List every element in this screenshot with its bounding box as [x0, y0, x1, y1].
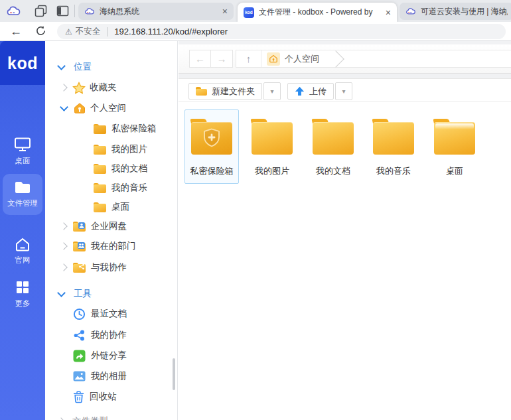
- browser-tab-strip: 海纳思系统 × kod 文件管理 - kodbox - Powered by ×…: [0, 0, 511, 22]
- tree-item-personal-space[interactable]: 个人空间: [45, 100, 178, 117]
- chevron-right-icon[interactable]: [57, 417, 64, 420]
- address-divider: [107, 27, 108, 36]
- tab-close-icon[interactable]: ×: [222, 7, 228, 16]
- breadcrumb-separator-icon: [327, 50, 344, 67]
- forward-arrow-icon: →: [217, 53, 227, 64]
- file-tile-my-music[interactable]: 我的音乐: [366, 109, 421, 184]
- file-tile-my-documents[interactable]: 我的文档: [306, 109, 360, 184]
- folder-icon: [94, 183, 106, 193]
- back-arrow-icon: ←: [195, 53, 205, 64]
- forward-button[interactable]: →: [211, 50, 233, 68]
- appbar-item-more[interactable]: 更多: [0, 280, 45, 309]
- browser-address-bar: ← ⚠ 不安全 192.168.111.20/kod/#explorer: [0, 22, 511, 41]
- tree-item-desktop-folder[interactable]: 桌面: [45, 198, 178, 216]
- tree-item-my-collaboration[interactable]: 我的协作: [45, 326, 178, 344]
- upload-arrow-icon: [295, 86, 305, 96]
- tree-item-my-department[interactable]: 我在的部门: [45, 238, 178, 255]
- tree-item-my-documents[interactable]: 我的文档: [45, 160, 178, 177]
- tree-item-recent-docs[interactable]: 最近文档: [45, 305, 178, 322]
- breadcrumb-home-icon[interactable]: [267, 52, 280, 66]
- path-toolbar: ← → ↑ 个人空间: [179, 44, 511, 74]
- up-arrow-icon: ↑: [246, 53, 252, 64]
- new-folder-dropdown-button[interactable]: ▾: [263, 82, 281, 100]
- section-tools[interactable]: 工具: [45, 285, 178, 303]
- tree-item-safe-box[interactable]: 私密保险箱: [45, 120, 178, 137]
- browser-app-icon[interactable]: [6, 3, 21, 19]
- folder-user-icon: [73, 222, 86, 232]
- cloud-favicon: [84, 6, 95, 17]
- chevron-down-icon[interactable]: [57, 289, 66, 297]
- folder-tree-panel: 位置 收藏夹 个人空间 私密保险箱 我的图片 我的文档: [45, 41, 178, 420]
- chevron-right-icon[interactable]: [60, 222, 67, 230]
- cloud-favicon: [405, 6, 416, 17]
- tree-item-external-share[interactable]: 外链分享: [45, 347, 178, 364]
- grid-icon: [15, 280, 30, 295]
- tree-item-my-pictures[interactable]: 我的图片: [45, 141, 178, 158]
- file-tile-desktop[interactable]: 桌面: [427, 109, 482, 184]
- tree-scrollbar-thumb[interactable]: [173, 358, 175, 390]
- vertical-tabs-icon[interactable]: [56, 5, 69, 17]
- header-gap-strip: [179, 74, 511, 79]
- appbar-item-file-manager[interactable]: 文件管理: [3, 174, 42, 215]
- url-text[interactable]: 192.168.111.20/kod/#explorer: [114, 27, 228, 36]
- tree-item-favorites[interactable]: 收藏夹: [45, 79, 178, 96]
- tree-item-my-albums[interactable]: 我的相册: [45, 368, 178, 385]
- folder-icon: [252, 119, 293, 155]
- file-name: 私密保险箱: [185, 165, 238, 177]
- address-field[interactable]: ⚠ 不安全 192.168.111.20/kod/#explorer: [57, 24, 506, 39]
- appbar-item-desktop[interactable]: 桌面: [0, 137, 45, 166]
- tree-item-enterprise-disk[interactable]: 企业网盘: [45, 218, 178, 235]
- appbar-item-label: 桌面: [0, 156, 45, 166]
- upload-button[interactable]: 上传: [287, 83, 334, 100]
- not-secure-label[interactable]: 不安全: [76, 26, 101, 37]
- browser-back-icon[interactable]: ←: [10, 25, 22, 38]
- file-name: 我的音乐: [367, 165, 420, 177]
- folder-share-icon: [73, 263, 86, 273]
- folder-icon: [94, 202, 106, 212]
- upload-dropdown-button[interactable]: ▾: [335, 82, 352, 100]
- tree-item-my-music[interactable]: 我的音乐: [45, 179, 178, 196]
- chevron-right-icon[interactable]: [60, 242, 67, 249]
- new-folder-button[interactable]: 新建文件夹: [188, 83, 262, 100]
- tab-kodcloud-docs[interactable]: 可道云安装与使用 | 海纳思: [400, 3, 511, 20]
- tree-item-recycle-bin[interactable]: 回收站: [45, 388, 178, 405]
- appbar-item-label: 文件管理: [0, 198, 45, 208]
- folder-icon: [196, 87, 207, 96]
- tree-item-shared-with-me[interactable]: 与我协作: [45, 259, 178, 276]
- home-icon: [73, 102, 86, 114]
- safe-folder-icon: [94, 124, 106, 134]
- workspaces-icon[interactable]: [35, 5, 47, 17]
- file-name: 我的文档: [307, 165, 360, 177]
- file-tile-my-pictures[interactable]: 我的图片: [245, 109, 299, 184]
- shield-plus-icon: [203, 128, 220, 150]
- chevron-right-icon[interactable]: [60, 84, 67, 91]
- kod-app-sidebar: kod 桌面 文件管理 官网 更多: [0, 41, 45, 420]
- star-icon: [72, 82, 86, 94]
- file-tile-safe-box[interactable]: 私密保险箱: [184, 109, 239, 184]
- browser-refresh-icon[interactable]: [35, 25, 46, 39]
- folder-icon: [94, 164, 106, 174]
- breadcrumb-bar: ↑ 个人空间: [236, 50, 511, 68]
- chevron-down-icon[interactable]: [60, 103, 68, 111]
- tab-kodbox-file-manager[interactable]: kod 文件管理 - kodbox - Powered by ×: [238, 3, 397, 22]
- caret-down-icon: ▾: [270, 88, 273, 95]
- folder-icon: [313, 119, 354, 155]
- section-file-types[interactable]: 文件类型: [45, 413, 178, 420]
- tab-hinas-system[interactable]: 海纳思系统 ×: [78, 3, 234, 20]
- folder-icon: [373, 119, 414, 155]
- chevron-down-icon[interactable]: [57, 62, 66, 70]
- history-nav-group: ← →: [189, 50, 233, 68]
- clock-icon: [73, 308, 86, 320]
- chevron-right-icon[interactable]: [60, 263, 67, 271]
- kod-favicon: kod: [244, 7, 254, 18]
- tab-title: 文件管理 - kodbox - Powered by: [259, 7, 382, 18]
- caret-down-icon: ▾: [342, 88, 345, 95]
- tab-close-icon[interactable]: ×: [386, 8, 391, 17]
- back-button[interactable]: ←: [189, 50, 211, 68]
- up-button[interactable]: ↑: [236, 50, 261, 67]
- section-location[interactable]: 位置: [45, 58, 178, 76]
- appbar-item-website[interactable]: 官网: [0, 238, 45, 265]
- kod-logo[interactable]: kod: [0, 41, 45, 85]
- breadcrumb-location[interactable]: 个人空间: [285, 53, 319, 65]
- folder-users-icon: [73, 242, 86, 251]
